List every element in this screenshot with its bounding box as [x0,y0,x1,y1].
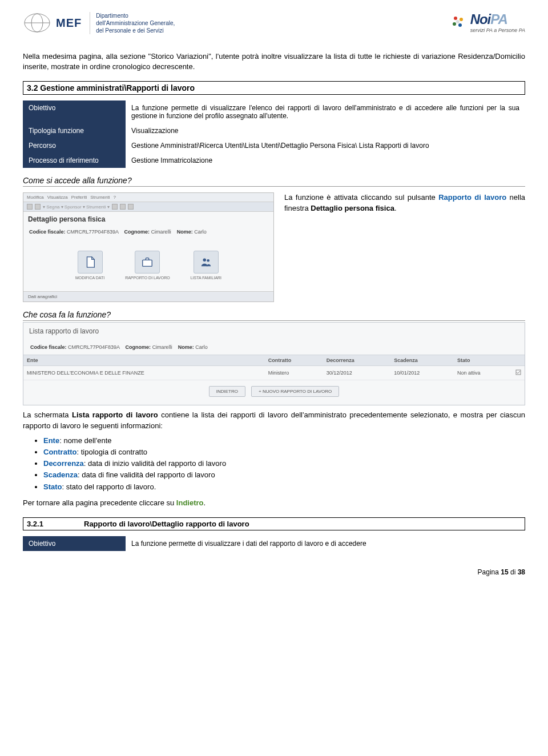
table-header[interactable]: Contratto [265,355,323,366]
svg-point-10 [207,259,209,262]
info-value: Gestione Immatricolazione [126,153,525,168]
table-row[interactable]: MINISTERO DELL'ECONOMIA E DELLE FINANZE … [23,366,525,380]
svg-point-4 [460,18,463,21]
screenshot-person-row: Codice fiscale: CMRCRL77P04F839A Cognome… [23,227,273,237]
field-label: Codice fiscale: [30,344,67,350]
briefcase-icon [135,251,160,274]
screenshot-bottom-tab[interactable]: Dati anagrafici [23,291,273,301]
screenshot-menubar: Modifica Visualizza Preferiti Strumenti … [23,193,273,202]
q2-paragraph: La schermata Lista rapporto di lavoro co… [23,410,525,431]
list-item: Stato: stato del rapporto di lavoro. [43,482,525,492]
table-header[interactable]: Scadenza [390,355,454,366]
section-title: Rapporto di lavoro\Dettaglio rapporto di… [84,520,249,528]
mef-acronym: MEF [56,15,82,30]
page-total: 38 [518,568,525,576]
info-label: Obiettivo [23,536,126,551]
list-item: Decorrenza: data di inizio validità del … [43,459,525,469]
info-table-2: Obiettivo La funzione permette di visual… [23,536,525,551]
info-row-obiettivo: Obiettivo La funzione permette di visual… [23,536,525,551]
table-cell: MINISTERO DELL'ECONOMIA E DELLE FINANZE [23,366,265,380]
table-cell: Non attiva [454,366,512,380]
action-label: LISTA FAMILIARI [191,276,221,280]
table-id: Ministero [265,366,323,380]
term-dettaglio-persona: Dettaglio persona fisica [311,204,394,212]
section-number: 3.2.1 [27,520,84,528]
noipa-subtitle: servizi PA a Persone PA [470,27,525,33]
action-label: MODIFICA DATI [75,276,104,280]
menu-item[interactable]: Visualizza [47,195,68,200]
table-header-actions [512,355,525,366]
menu-item[interactable]: Modifica [27,195,44,200]
screenshot-dettaglio-persona: Modifica Visualizza Preferiti Strumenti … [23,192,274,302]
info-row-processo: Processo di riferimento Gestione Immatri… [23,153,525,168]
screenshot-title: Lista rapporto di lavoro [23,323,525,340]
page-header: MEF Dipartimento dell'Amministrazione Ge… [23,11,525,34]
section-3-2-header: 3.2 Gestione amministrati\Rapporti di la… [23,81,525,95]
bullet-desc: : stato del rapporto di lavoro. [62,482,156,491]
toolbar-icon[interactable] [35,204,41,210]
info-value: Visualizzazione [126,123,525,138]
mef-text: MEF [56,15,82,30]
term-indietro: Indietro [176,498,204,507]
table-cell: 10/01/2012 [390,366,454,380]
document-icon [78,251,103,274]
svg-rect-8 [143,260,152,267]
menu-item[interactable]: ? [113,195,115,200]
q1-two-col: Modifica Visualizza Preferiti Strumenti … [23,192,525,302]
field-value: Cimarelli [151,229,171,235]
info-label: Percorso [23,138,126,153]
action-modifica-dati[interactable]: MODIFICA DATI [75,251,104,280]
svg-point-3 [454,17,457,20]
menu-item[interactable]: Preferiti [71,195,87,200]
mef-emblem-icon [23,11,51,34]
action-label: RAPPORTO DI LAVORO [125,276,170,280]
field-label: Cognome: [124,229,150,235]
row-action-icon[interactable] [512,366,525,380]
toolbar-icon[interactable] [120,204,126,210]
menu-item[interactable]: Strumenti [90,195,110,200]
intro-paragraph: Nella medesima pagina, alla sezione "Sto… [23,51,525,72]
mef-dept-line3: del Personale e dei Servizi [96,27,175,34]
info-row-obiettivo: Obiettivo La funzione permette di visual… [23,100,525,123]
toolbar-icon[interactable] [27,204,33,210]
field-label: Nome: [178,344,194,350]
field-value: CMRCRL77P04F839A [68,344,120,350]
nuovo-rapporto-button[interactable]: + NUOVO RAPPORTO DI LAVORO [251,386,339,397]
noipa-icon [450,14,467,31]
q1-screenshot-wrapper: Modifica Visualizza Preferiti Strumenti … [23,192,274,302]
bullet-desc: : data di inizio validità del rapporto d… [84,459,226,468]
info-label: Obiettivo [23,100,126,123]
table-header[interactable]: Ente [23,355,265,366]
bullet-term: Stato [43,482,62,491]
screenshot-lista-rapporto: Lista rapporto di lavoro Codice fiscale:… [23,322,525,405]
info-label: Processo di riferimento [23,153,126,168]
action-lista-familiari[interactable]: LISTA FAMILIARI [191,251,221,280]
field-value: Carlo [194,229,207,235]
list-item: Contratto: tipologia di contratto [43,447,525,457]
bullet-desc: : data di fine validità del rapporto di … [78,471,215,479]
bullet-term: Scadenza [43,471,78,479]
q1-title: Come si accede alla funzione? [23,176,525,187]
toolbar-icon[interactable] [112,204,118,210]
action-rapporto-lavoro[interactable]: RAPPORTO DI LAVORO [125,251,170,280]
section-3-2-1-header: 3.2.1 Rapporto di lavoro\Dettaglio rappo… [23,517,525,530]
info-value: La funzione permette di visualizzare l'e… [126,100,525,123]
term-rapporto-lavoro: Rapporto di lavoro [438,193,506,202]
bullet-term: Contratto [43,448,77,456]
table-header[interactable]: Decorrenza [323,355,390,366]
return-paragraph: Per tornare alla pagina precedente clicc… [23,498,525,508]
svg-point-6 [458,23,462,27]
page-number: 15 [501,568,508,576]
toolbar-icon[interactable] [128,204,134,210]
indietro-button[interactable]: INDIETRO [209,386,245,397]
info-value: Gestione Amministrati\Ricerca Utenti\Lis… [126,138,525,153]
term-lista-rapporto: Lista rapporto di lavoro [72,411,158,419]
field-value: CMRCRL77P04F839A [67,229,119,235]
table-header[interactable]: Stato [454,355,512,366]
noipa-text: NoiPA servizi PA a Persone PA [470,11,525,33]
info-label: Tipologia funzione [23,123,126,138]
screenshot-buttons: INDIETRO + NUOVO RAPPORTO DI LAVORO [23,380,525,405]
q1-text: La funzione è attivata cliccando sul pul… [284,192,525,302]
screenshot-title: Dettaglio persona fisica [23,212,273,227]
field-label: Codice fiscale: [29,229,66,235]
